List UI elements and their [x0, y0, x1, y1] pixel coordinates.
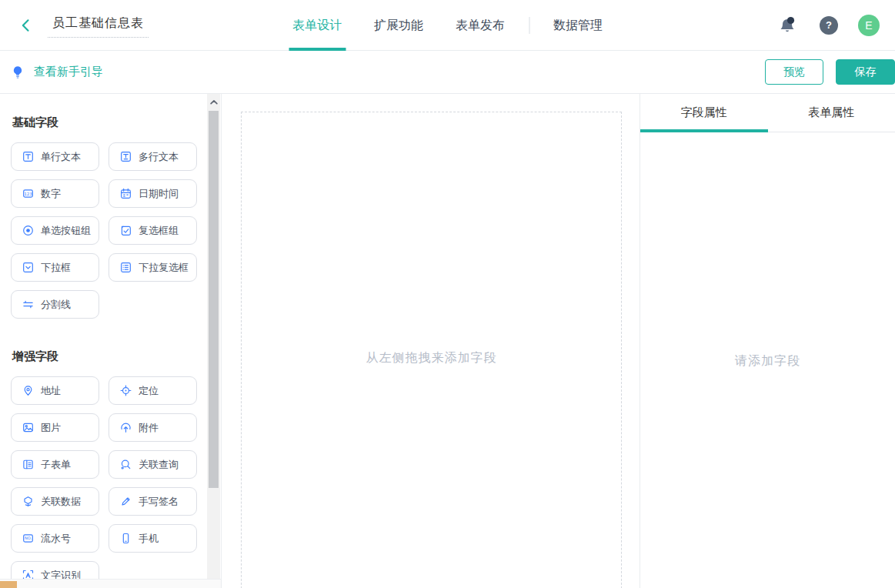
help-button[interactable]: ?	[820, 16, 838, 35]
pin-icon	[22, 385, 34, 397]
field-item-address[interactable]: 地址	[11, 376, 99, 405]
pen-icon	[119, 496, 132, 508]
field-item-location[interactable]: 定位	[109, 376, 197, 405]
field-item-label: 流水号	[41, 532, 71, 546]
field-item-label: 单行文本	[41, 150, 81, 164]
notification-bell-button[interactable]	[776, 14, 800, 37]
field-item-related-query[interactable]: 关联查询	[109, 450, 197, 479]
field-item-label: 地址	[41, 384, 61, 398]
basic-fields-grid: 单行文本 多行文本 123 数字 日期时间 单选按钮组	[11, 142, 197, 319]
textarea-icon	[119, 151, 132, 163]
phone-icon	[119, 533, 132, 545]
field-item-mobile[interactable]: 手机	[109, 524, 197, 553]
ocr-icon	[22, 570, 34, 580]
field-item-single-line-text[interactable]: 单行文本	[11, 142, 99, 171]
field-item-checkbox-group[interactable]: 复选框组	[109, 216, 197, 245]
form-canvas: 从左侧拖拽来添加字段	[222, 94, 640, 588]
toolbar-actions: 预览 保存	[765, 59, 895, 85]
app-header: 员工基础信息表 表单设计 扩展功能 表单发布 数据管理 ? E	[0, 0, 895, 51]
field-item-related-data[interactable]: 关联数据	[11, 487, 99, 516]
field-item-label: 数字	[41, 187, 61, 201]
nav-tab-form-publish[interactable]: 表单发布	[439, 0, 521, 51]
field-item-label: 下拉复选框	[139, 261, 189, 275]
chevron-up-icon	[209, 99, 219, 105]
section-title-basic-fields: 基础字段	[12, 115, 197, 130]
back-button[interactable]	[15, 15, 37, 36]
field-item-image[interactable]: 图片	[11, 413, 99, 442]
save-button[interactable]: 保存	[836, 59, 895, 85]
multiselect-icon	[119, 262, 132, 274]
number-icon: 123	[22, 188, 34, 200]
scrollbar-up-button[interactable]	[207, 94, 220, 109]
field-item-subform[interactable]: 子表单	[11, 450, 99, 479]
field-item-label: 关联数据	[41, 495, 81, 509]
sub-toolbar: 查看新手引导 预览 保存	[0, 51, 895, 94]
radio-icon	[22, 225, 34, 237]
nav-tab-extensions[interactable]: 扩展功能	[358, 0, 439, 51]
field-item-label: 分割线	[41, 298, 71, 312]
field-item-divider[interactable]: 分割线	[11, 290, 99, 319]
field-item-datetime[interactable]: 日期时间	[109, 179, 197, 208]
field-item-ocr[interactable]: 文字识别	[11, 561, 99, 579]
search-link-icon	[119, 459, 132, 471]
back-chevron-icon	[18, 18, 34, 33]
divider-icon	[22, 299, 34, 311]
sidebar-bottom-strip	[0, 579, 221, 588]
nav-tab-data-management[interactable]: 数据管理	[537, 0, 619, 51]
enhanced-fields-grid: 地址 定位 图片 附件 子表单	[11, 376, 197, 579]
beginner-guide-link[interactable]: 查看新手引导	[34, 65, 103, 79]
image-icon	[22, 422, 34, 434]
properties-body: 请添加字段	[640, 132, 895, 588]
canvas-drop-zone[interactable]: 从左侧拖拽来添加字段	[241, 112, 622, 588]
field-item-label: 复选框组	[139, 224, 179, 238]
field-item-label: 子表单	[41, 458, 71, 472]
field-item-label: 定位	[139, 384, 159, 398]
user-avatar[interactable]: E	[858, 15, 880, 36]
field-item-label: 附件	[139, 421, 159, 435]
scrollbar-thumb[interactable]	[209, 111, 219, 488]
header-right: ? E	[776, 14, 880, 37]
preview-button[interactable]: 预览	[765, 59, 823, 85]
serial-icon: NO.	[22, 533, 34, 545]
field-library-sidebar: 基础字段 单行文本 多行文本 123 数字 日期时间	[0, 94, 222, 588]
data-link-icon	[22, 496, 34, 508]
main-content: 基础字段 单行文本 多行文本 123 数字 日期时间	[0, 94, 895, 588]
field-item-label: 日期时间	[139, 187, 179, 201]
subform-icon	[22, 459, 34, 471]
tab-form-properties[interactable]: 表单属性	[768, 94, 895, 132]
section-title-enhanced-fields: 增强字段	[12, 349, 197, 364]
text-icon	[22, 151, 34, 163]
nav-divider	[529, 17, 529, 34]
properties-panel: 字段属性 表单属性 请添加字段	[640, 94, 895, 588]
field-item-label: 手机	[139, 532, 159, 546]
main-nav: 表单设计 扩展功能 表单发布 数据管理	[276, 0, 619, 51]
nav-tab-form-design[interactable]: 表单设计	[276, 0, 358, 51]
field-item-number[interactable]: 123 数字	[11, 179, 99, 208]
field-item-signature[interactable]: 手写签名	[109, 487, 197, 516]
properties-placeholder-text: 请添加字段	[735, 353, 800, 588]
tab-field-properties[interactable]: 字段属性	[640, 94, 768, 132]
field-item-serial-number[interactable]: NO. 流水号	[11, 524, 99, 553]
bell-icon	[776, 14, 800, 37]
field-item-label: 文字识别	[41, 569, 81, 580]
checkbox-icon	[119, 225, 132, 237]
field-item-label: 下拉框	[41, 261, 71, 275]
field-item-label: 图片	[41, 421, 61, 435]
svg-text:NO.: NO.	[24, 536, 32, 540]
field-item-multi-line-text[interactable]: 多行文本	[109, 142, 197, 171]
upload-icon	[119, 422, 132, 434]
select-icon	[22, 262, 34, 274]
field-item-attachment[interactable]: 附件	[109, 413, 197, 442]
canvas-placeholder-text: 从左侧拖拽来添加字段	[366, 350, 497, 366]
field-item-dropdown-multiselect[interactable]: 下拉复选框	[109, 253, 197, 282]
corner-widget[interactable]	[0, 581, 17, 588]
form-title[interactable]: 员工基础信息表	[48, 12, 149, 38]
field-item-dropdown[interactable]: 下拉框	[11, 253, 99, 282]
lightbulb-icon	[11, 65, 25, 79]
locate-icon	[119, 385, 132, 397]
calendar-icon	[119, 188, 132, 200]
sidebar-scrollbar[interactable]	[207, 94, 220, 579]
field-item-radio-group[interactable]: 单选按钮组	[11, 216, 99, 245]
field-item-label: 关联查询	[139, 458, 179, 472]
question-icon: ?	[826, 19, 832, 31]
